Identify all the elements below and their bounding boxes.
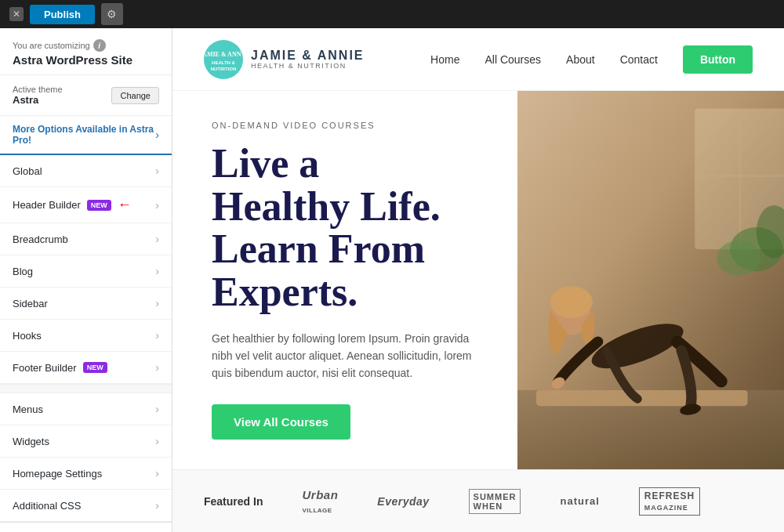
chevron-right-icon: › <box>155 165 159 177</box>
sidebar-item-hooks[interactable]: Hooks › <box>0 320 172 352</box>
sidebar-menu: Global › Header Builder NEW ← › Breadcru… <box>0 155 172 522</box>
logo-circle: JAMIE & ANNIE HEALTH & NUTRITION <box>204 40 243 79</box>
hero-content: ON-DEMAND VIDEO COURSES Live a Healthy L… <box>172 91 517 469</box>
theme-label: Active theme <box>13 85 63 94</box>
brand-natural: natural <box>560 495 599 507</box>
new-badge-footer: NEW <box>83 362 107 373</box>
svg-text:JAMIE & ANNIE: JAMIE & ANNIE <box>205 51 241 58</box>
theme-name: Astra <box>13 94 63 106</box>
nav-home[interactable]: Home <box>430 53 459 66</box>
sidebar-header: You are customizing i Astra WordPress Si… <box>0 28 172 75</box>
footer-builder-label: Footer Builder <box>13 362 77 374</box>
brand-logos: UrbanVILLAGE Everyday SUMMERWHEN natural… <box>302 487 753 516</box>
sidebar: You are customizing i Astra WordPress Si… <box>0 28 172 532</box>
sidebar-item-blog[interactable]: Blog › <box>0 255 172 288</box>
chevron-right-icon: › <box>155 128 159 141</box>
featured-bar: Featured In UrbanVILLAGE Everyday SUMMER… <box>172 469 784 532</box>
sidebar-item-homepage-settings[interactable]: Homepage Settings › <box>0 458 172 490</box>
customizing-label: You are customizing i <box>13 39 159 52</box>
svg-rect-12 <box>536 390 748 406</box>
featured-label: Featured In <box>204 495 263 508</box>
chevron-right-icon: › <box>155 361 159 374</box>
arrow-indicator: ← <box>118 197 132 213</box>
svg-rect-8 <box>695 175 784 177</box>
preview-area: JAMIE & ANNIE HEALTH & NUTRITION JAMIE &… <box>172 28 784 532</box>
sidebar-item-widgets[interactable]: Widgets › <box>0 425 172 458</box>
hero-section: ON-DEMAND VIDEO COURSES Live a Healthy L… <box>172 91 784 469</box>
sidebar-item-sidebar[interactable]: Sidebar › <box>0 288 172 320</box>
additional-css-label: Additional CSS <box>13 500 81 512</box>
main-layout: You are customizing i Astra WordPress Si… <box>0 28 784 532</box>
global-label: Global <box>13 165 42 177</box>
header-builder-label: Header Builder <box>13 199 81 211</box>
chevron-right-icon: › <box>155 499 159 512</box>
chevron-right-icon: › <box>155 265 159 277</box>
nav-about[interactable]: About <box>566 53 595 66</box>
svg-text:HEALTH &: HEALTH & <box>212 60 236 65</box>
chevron-right-icon: › <box>155 329 159 342</box>
new-badge: NEW <box>87 200 111 211</box>
chevron-right-icon: › <box>155 199 159 212</box>
brand-summer: SUMMERWHEN <box>469 489 521 514</box>
svg-rect-7 <box>739 108 741 249</box>
svg-point-0 <box>205 42 241 78</box>
nav-all-courses[interactable]: All Courses <box>485 53 541 66</box>
logo-subtitle: HEALTH & NUTRITION <box>251 62 365 70</box>
hero-subtext: Get healthier by following lorem Ipsum. … <box>212 330 478 382</box>
gear-icon: ⚙ <box>107 8 117 20</box>
chevron-right-icon: › <box>155 233 159 245</box>
brand-everyday: Everyday <box>377 495 429 508</box>
close-button[interactable]: ✕ <box>9 7 24 21</box>
chevron-right-icon: › <box>155 435 159 447</box>
breadcrumb-label: Breadcrumb <box>13 233 68 245</box>
change-theme-button[interactable]: Change <box>111 87 159 104</box>
promo-text: More Options Available in Astra Pro! <box>13 124 155 146</box>
sidebar-divider <box>0 384 172 393</box>
site-name: Astra WordPress Site <box>13 53 159 67</box>
sidebar-item-header-builder[interactable]: Header Builder NEW ← › <box>0 187 172 223</box>
sidebar-item-additional-css[interactable]: Additional CSS › <box>0 490 172 522</box>
sidebar-item-footer-builder[interactable]: Footer Builder NEW › <box>0 352 172 384</box>
hooks-label: Hooks <box>13 330 42 342</box>
svg-point-15 <box>550 286 593 317</box>
close-icon: ✕ <box>13 9 20 20</box>
blog-label: Blog <box>13 266 33 277</box>
top-bar: ✕ Publish ⚙ <box>0 0 784 28</box>
site-logo: JAMIE & ANNIE HEALTH & NUTRITION JAMIE &… <box>204 40 365 79</box>
view-courses-button[interactable]: View All Courses <box>212 404 350 440</box>
hero-image <box>517 91 784 469</box>
nav-cta-button[interactable]: Button <box>683 45 753 74</box>
homepage-settings-label: Homepage Settings <box>13 468 102 480</box>
nav-contact[interactable]: Contact <box>620 53 658 66</box>
settings-button[interactable]: ⚙ <box>101 3 123 25</box>
svg-text:NUTRITION: NUTRITION <box>211 67 237 71</box>
menus-label: Menus <box>13 404 43 415</box>
sidebar-label: Sidebar <box>13 298 48 309</box>
chevron-right-icon: › <box>155 467 159 480</box>
publish-button[interactable]: Publish <box>30 5 95 24</box>
site-header: JAMIE & ANNIE HEALTH & NUTRITION JAMIE &… <box>172 28 784 91</box>
sidebar-item-breadcrumb[interactable]: Breadcrumb › <box>0 223 172 255</box>
sidebar-footer: 👁 Hide Controls 🖥 ⬜ 📱 <box>0 522 172 532</box>
chevron-right-icon: › <box>155 297 159 309</box>
brand-urban: UrbanVILLAGE <box>302 488 338 515</box>
brand-refresh: REFRESHMAGAZINE <box>639 487 700 516</box>
svg-point-11 <box>717 241 760 276</box>
site-nav: Home All Courses About Contact Button <box>430 45 753 74</box>
info-icon[interactable]: i <box>93 39 106 52</box>
widgets-label: Widgets <box>13 436 49 447</box>
sidebar-item-menus[interactable]: Menus › <box>0 393 172 425</box>
theme-section: Active theme Astra Change <box>0 75 172 116</box>
chevron-right-icon: › <box>155 403 159 415</box>
astra-promo-banner[interactable]: More Options Available in Astra Pro! › <box>0 116 172 155</box>
logo-text: JAMIE & ANNIE HEALTH & NUTRITION <box>251 49 365 70</box>
logo-title: JAMIE & ANNIE <box>251 49 365 62</box>
hero-heading: Live a Healthy Life. Learn From Experts. <box>212 143 478 313</box>
hero-overline: ON-DEMAND VIDEO COURSES <box>212 121 478 130</box>
sidebar-item-global[interactable]: Global › <box>0 155 172 187</box>
